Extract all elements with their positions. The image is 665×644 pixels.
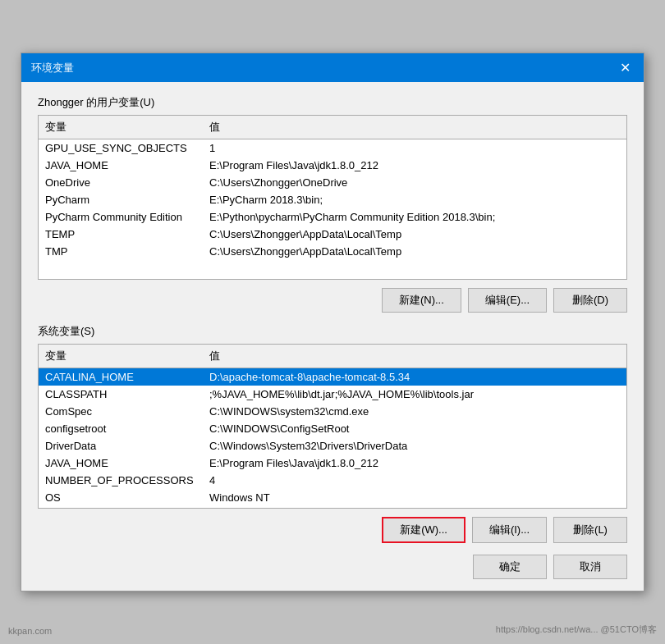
row-var: CLASSPATH (42, 387, 206, 401)
row-val: D:\apache-tomcat-8\apache-tomcat-8.5.34 (206, 370, 623, 384)
row-val: E:\PyCharm 2018.3\bin; (206, 193, 623, 207)
cancel-button[interactable]: 取消 (553, 555, 627, 579)
row-var: TMP (42, 244, 206, 258)
row-val: C:\Users\Zhongger\AppData\Local\Temp (206, 244, 623, 258)
system-new-button[interactable]: 新建(W)... (382, 517, 466, 543)
table-row[interactable]: GPU_USE_SYNC_OBJECTS1 (39, 139, 626, 157)
table-row[interactable]: ComSpecC:\WINDOWS\system32\cmd.exe (39, 403, 626, 420)
table-row[interactable]: OneDriveC:\Users\Zhongger\OneDrive (39, 174, 626, 191)
row-val: C:\WINDOWS\ConfigSetRoot (206, 422, 623, 436)
row-val: C:\Users\Zhongger\OneDrive (206, 176, 623, 190)
system-variables-table: 变量 值 CATALINA_HOMED:\apache-tomcat-8\apa… (38, 344, 627, 509)
row-var: CATALINA_HOME (42, 370, 206, 384)
row-var: NUMBER_OF_PROCESSORS (42, 473, 206, 487)
bottom-buttons-row: 确定 取消 (38, 555, 627, 579)
table-row[interactable]: CATALINA_HOMED:\apache-tomcat-8\apache-t… (39, 368, 626, 386)
row-var: JAVA_HOME (42, 158, 206, 172)
table-row[interactable]: configsetrootC:\WINDOWS\ConfigSetRoot (39, 420, 626, 437)
table-row[interactable]: CLASSPATH;%JAVA_HOME%\lib\dt.jar;%JAVA_H… (39, 386, 626, 403)
row-var: PyCharm (42, 193, 206, 207)
user-table-body[interactable]: GPU_USE_SYNC_OBJECTS1JAVA_HOMEE:\Program… (39, 139, 626, 279)
row-val: C:\WINDOWS\system32\cmd.exe (206, 404, 623, 418)
table-row[interactable]: JAVA_HOMEE:\Program Files\Java\jdk1.8.0_… (39, 157, 626, 174)
user-header-val: 值 (206, 118, 623, 136)
row-var: ComSpec (42, 404, 206, 418)
system-edit-button[interactable]: 编辑(I)... (472, 517, 547, 543)
watermark-left: kkpan.com (8, 626, 52, 636)
row-var: JAVA_HOME (42, 456, 206, 470)
system-buttons-row: 新建(W)... 编辑(I)... 删除(L) (38, 517, 627, 543)
user-header-var: 变量 (42, 118, 206, 136)
row-val: C:\Users\Zhongger\AppData\Local\Temp (206, 227, 623, 241)
environment-variables-dialog: 环境变量 ✕ Zhongger 的用户变量(U) 变量 值 GPU_USE_SY… (21, 53, 644, 591)
row-var: configsetroot (42, 422, 206, 436)
row-var: OneDrive (42, 176, 206, 190)
row-var: TEMP (42, 227, 206, 241)
table-row[interactable]: PyCharm Community EditionE:\Python\pycha… (39, 208, 626, 226)
row-val: C:\Windows\System32\Drivers\DriverData (206, 439, 623, 453)
row-val: 1 (206, 141, 623, 155)
dialog-title: 环境变量 (31, 61, 74, 75)
table-row[interactable]: DriverDataC:\Windows\System32\Drivers\Dr… (39, 437, 626, 454)
table-row[interactable]: OSWindows NT (39, 489, 626, 506)
user-section-label: Zhongger 的用户变量(U) (38, 95, 627, 110)
system-header-var: 变量 (42, 347, 206, 365)
row-val: 4 (206, 473, 623, 487)
system-section-label: 系统变量(S) (38, 324, 627, 339)
user-buttons-row: 新建(N)... 编辑(E)... 删除(D) (38, 288, 627, 313)
row-val: ;%JAVA_HOME%\lib\dt.jar;%JAVA_HOME%\lib\… (206, 387, 623, 401)
system-table-body[interactable]: CATALINA_HOMED:\apache-tomcat-8\apache-t… (39, 368, 626, 508)
dialog-body: Zhongger 的用户变量(U) 变量 值 GPU_USE_SYNC_OBJE… (21, 82, 644, 591)
table-row[interactable]: PyCharmE:\PyCharm 2018.3\bin; (39, 191, 626, 208)
watermark-right: https://blog.csdn.net/wa... @51CTO博客 (496, 623, 657, 636)
row-var: PyCharm Community Edition (42, 210, 206, 224)
user-table-header: 变量 值 (39, 116, 626, 139)
title-bar: 环境变量 ✕ (21, 53, 644, 82)
user-variables-table: 变量 值 GPU_USE_SYNC_OBJECTS1JAVA_HOMEE:\Pr… (38, 115, 627, 280)
row-val: E:\Program Files\Java\jdk1.8.0_212 (206, 158, 623, 172)
user-new-button[interactable]: 新建(N)... (382, 288, 461, 313)
system-table-header: 变量 值 (39, 345, 626, 368)
close-button[interactable]: ✕ (617, 60, 634, 75)
system-header-val: 值 (206, 347, 623, 365)
table-row[interactable]: TEMPC:\Users\Zhongger\AppData\Local\Temp (39, 226, 626, 243)
row-var: DriverData (42, 439, 206, 453)
table-row[interactable]: JAVA_HOMEE:\Program Files\Java\jdk1.8.0_… (39, 454, 626, 472)
table-row[interactable]: TMPC:\Users\Zhongger\AppData\Local\Temp (39, 243, 626, 260)
system-delete-button[interactable]: 删除(L) (553, 517, 627, 543)
user-delete-button[interactable]: 删除(D) (553, 288, 627, 313)
table-row[interactable]: NUMBER_OF_PROCESSORS4 (39, 472, 626, 489)
row-val: E:\Python\pycharm\PyCharm Community Edit… (206, 210, 623, 224)
row-val: E:\Program Files\Java\jdk1.8.0_212 (206, 456, 623, 470)
ok-button[interactable]: 确定 (473, 555, 547, 579)
row-var: OS (42, 491, 206, 505)
row-val: Windows NT (206, 491, 623, 505)
row-var: GPU_USE_SYNC_OBJECTS (42, 141, 206, 155)
user-edit-button[interactable]: 编辑(E)... (468, 288, 547, 313)
